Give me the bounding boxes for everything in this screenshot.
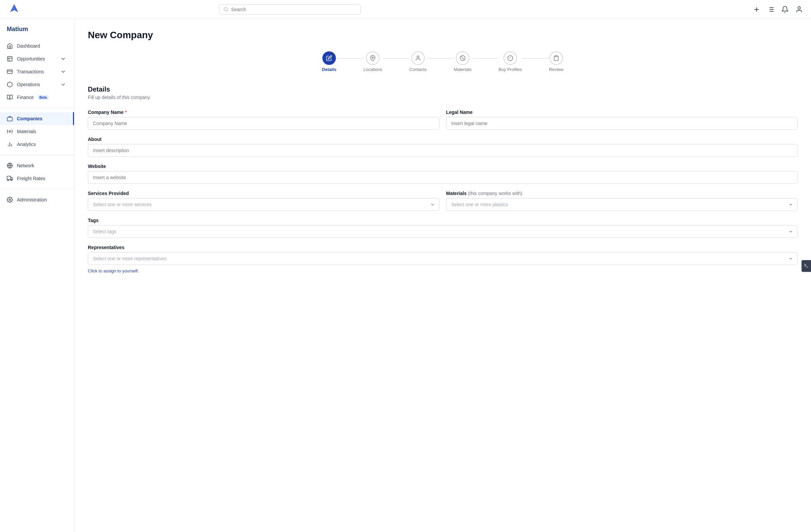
company-name-input[interactable]	[88, 117, 439, 130]
step-contacts[interactable]: Contacts	[409, 51, 426, 72]
list-icon[interactable]	[767, 6, 775, 13]
sidebar-item-network[interactable]: Network	[0, 159, 74, 172]
sidebar-label-dashboard: Dashboard	[17, 43, 40, 49]
svg-point-11	[7, 180, 9, 181]
chevron-down-icon-3	[60, 81, 66, 88]
materials-label: Materials (this company works with)	[446, 191, 797, 196]
sidebar-item-companies[interactable]: Companies	[0, 112, 74, 125]
website-row: Website	[88, 164, 797, 184]
materials-select-wrap: Select one or more plastics	[446, 198, 797, 211]
bell-icon[interactable]	[781, 6, 789, 13]
step-circle-review	[549, 51, 563, 65]
representatives-label: Representatives	[88, 245, 797, 250]
step-label-review: Review	[549, 67, 564, 72]
step-circle-buy-profiles	[504, 51, 517, 65]
finance-icon	[7, 94, 13, 101]
sidebar-label-freight: Freight Rates	[17, 176, 45, 181]
step-materials[interactable]: Materials	[454, 51, 471, 72]
sidebar-divider-1	[0, 108, 74, 108]
home-icon	[7, 43, 13, 49]
services-label: Services Provided	[88, 191, 439, 196]
chevron-down-icon	[60, 56, 66, 62]
search-wrapper	[219, 4, 361, 15]
tags-row: Tags Select tags	[88, 218, 797, 238]
companies-icon	[7, 116, 13, 122]
admin-icon	[7, 197, 13, 203]
legal-name-group: Legal Name	[446, 109, 797, 130]
user-icon[interactable]	[795, 6, 803, 13]
sidebar-label-opportunities: Opportunities	[17, 56, 45, 61]
sidebar-label-admin: Administration	[17, 197, 47, 202]
network-icon	[7, 163, 13, 169]
sidebar-label-finance: Finance	[17, 95, 34, 100]
sidebar-item-materials[interactable]: Materials	[0, 125, 74, 138]
website-group: Website	[88, 164, 797, 184]
topbar-actions	[753, 6, 803, 13]
sidebar-label-companies: Companies	[17, 116, 42, 121]
materials-select[interactable]: Select one or more plastics	[446, 198, 797, 211]
step-circle-details	[322, 51, 336, 65]
sidebar-item-operations[interactable]: Operations	[0, 78, 74, 91]
transactions-icon	[7, 69, 13, 75]
freight-icon	[7, 176, 13, 182]
step-locations[interactable]: Locations	[363, 51, 382, 72]
form-section-title: Details	[88, 86, 797, 93]
svg-point-12	[11, 180, 12, 181]
operations-icon	[7, 81, 13, 88]
sidebar-item-freight-rates[interactable]: Freight Rates	[0, 172, 74, 185]
services-select[interactable]: Select one or more services	[88, 198, 439, 211]
materials-icon	[7, 128, 13, 135]
sidebar-item-dashboard[interactable]: Dashboard	[0, 40, 74, 52]
legal-name-input[interactable]	[446, 117, 797, 130]
step-details[interactable]: Details	[322, 51, 337, 72]
company-name-label: Company Name *	[88, 109, 439, 115]
website-label: Website	[88, 164, 797, 169]
logo	[8, 3, 20, 16]
form-section: Details Fill up details of this company …	[88, 86, 797, 273]
page-title: New Company	[88, 30, 797, 41]
click-assign-link[interactable]: Click to assign to yourself.	[88, 268, 797, 273]
tags-select[interactable]: Select tags	[88, 225, 797, 238]
add-icon[interactable]	[753, 6, 760, 13]
svg-point-13	[9, 199, 11, 201]
svg-rect-10	[7, 176, 11, 180]
sidebar-item-analytics[interactable]: Analytics	[0, 138, 74, 151]
step-connector-5	[522, 58, 549, 59]
terminal-icon[interactable]	[801, 260, 811, 272]
sidebar: Matium Dashboard Opportunities Transacti…	[0, 19, 74, 532]
step-label-materials: Materials	[454, 67, 471, 72]
svg-line-17	[461, 57, 464, 60]
about-group: About	[88, 137, 797, 157]
company-name-group: Company Name *	[88, 109, 439, 130]
about-input[interactable]	[88, 144, 797, 157]
materials-group: Materials (this company works with) Sele…	[446, 191, 797, 211]
sidebar-label-transactions: Transactions	[17, 69, 44, 74]
svg-rect-3	[7, 70, 13, 74]
svg-point-15	[417, 56, 419, 58]
svg-rect-4	[7, 117, 13, 121]
sidebar-item-opportunities[interactable]: Opportunities	[0, 52, 74, 65]
website-input[interactable]	[88, 171, 797, 184]
search-input[interactable]	[231, 7, 356, 12]
sidebar-item-transactions[interactable]: Transactions	[0, 65, 74, 78]
svg-point-14	[372, 57, 374, 59]
representatives-select-wrap: Select one or more representatives	[88, 252, 797, 265]
legal-name-label: Legal Name	[446, 109, 797, 115]
step-circle-contacts	[411, 51, 425, 65]
sidebar-item-administration[interactable]: Administration	[0, 193, 74, 206]
tags-group: Tags Select tags	[88, 218, 797, 238]
topbar	[0, 0, 811, 19]
step-label-contacts: Contacts	[409, 67, 426, 72]
representatives-row: Representatives Select one or more repre…	[88, 245, 797, 273]
sidebar-brand: Matium	[0, 26, 74, 40]
step-connector-1	[336, 58, 363, 59]
representatives-select[interactable]: Select one or more representatives	[88, 252, 797, 265]
svg-point-1	[798, 6, 800, 9]
svg-point-0	[224, 7, 227, 11]
chevron-down-icon-2	[60, 69, 66, 75]
analytics-icon	[7, 141, 13, 147]
sidebar-item-finance[interactable]: Finance Beta	[0, 91, 74, 104]
step-buy-profiles[interactable]: Buy Profiles	[499, 51, 522, 72]
sidebar-label-network: Network	[17, 163, 34, 168]
step-review[interactable]: Review	[549, 51, 564, 72]
